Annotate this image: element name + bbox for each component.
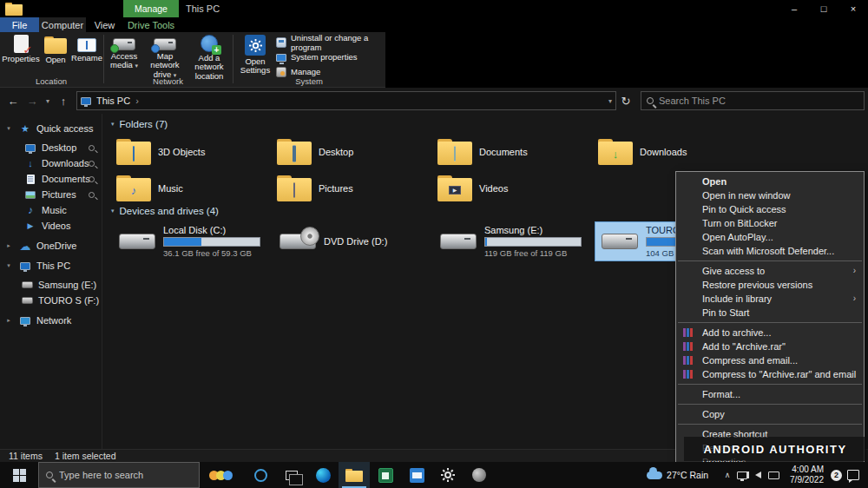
cortana-button[interactable] bbox=[245, 462, 276, 488]
close-button[interactable]: × bbox=[838, 0, 868, 17]
folder-tile[interactable]: Desktop bbox=[273, 135, 430, 168]
menu-item-open-autoplay[interactable]: Open AutoPlay... bbox=[676, 230, 864, 244]
desktop-folder-icon bbox=[277, 139, 312, 165]
folder-tile[interactable]: 3D Objects bbox=[113, 135, 269, 168]
sidebar-item-videos[interactable]: ▶ Videos bbox=[0, 218, 102, 234]
volume-button[interactable] bbox=[750, 462, 766, 488]
rename-button[interactable]: Rename bbox=[71, 35, 102, 63]
menu-item-restore-previous-versions[interactable]: Restore previous versions bbox=[676, 278, 864, 292]
add-network-location-button[interactable]: + Add a network location bbox=[187, 35, 231, 81]
forward-button[interactable]: → bbox=[23, 91, 42, 110]
pictures-folder-icon bbox=[277, 175, 312, 201]
breadcrumb-root[interactable]: This PC bbox=[96, 96, 130, 106]
address-dropdown-icon[interactable]: ▾ bbox=[608, 97, 612, 105]
folder-tile[interactable]: Documents bbox=[434, 135, 590, 168]
menu-item-include-in-library[interactable]: Include in library› bbox=[676, 292, 864, 306]
access-media-button[interactable]: Access media ▾ bbox=[108, 35, 141, 70]
pin-icon bbox=[89, 176, 95, 182]
weather-text[interactable]: 27°C Rain bbox=[667, 470, 708, 480]
clock[interactable]: 4:00 AM 7/9/2022 bbox=[790, 465, 824, 486]
menu-item-add-to-archive[interactable]: Add to archive... bbox=[676, 326, 864, 340]
menu-item-pin-to-start[interactable]: Pin to Start bbox=[676, 306, 864, 320]
tab-drive-tools[interactable]: Drive Tools bbox=[123, 17, 179, 32]
dropdown-icon: ▾ bbox=[135, 63, 139, 69]
file-explorer-button[interactable] bbox=[339, 462, 370, 488]
tab-computer[interactable]: Computer bbox=[39, 17, 86, 32]
hidden-icons-button[interactable]: ∧ bbox=[720, 471, 734, 479]
menu-item-scan-defender[interactable]: Scan with Microsoft Defender... bbox=[676, 244, 864, 258]
chevron-down-icon[interactable]: ▾ bbox=[3, 125, 14, 132]
taskbar-search-box[interactable] bbox=[38, 462, 200, 488]
drive-tile-local-disk-c[interactable]: Local Disk (C:) 36.1 GB free of 59.3 GB bbox=[113, 221, 271, 261]
location-group-label: Location bbox=[0, 76, 102, 86]
sidebar-item-documents[interactable]: Documents bbox=[0, 171, 102, 187]
map-network-drive-button[interactable]: Map network drive ▾ bbox=[144, 35, 186, 79]
breadcrumb-chevron-icon[interactable]: › bbox=[135, 96, 139, 106]
address-breadcrumb[interactable]: This PC › ▾ bbox=[76, 91, 616, 110]
taskbar-search-input[interactable] bbox=[59, 470, 192, 480]
menu-item-add-to-archive-rar[interactable]: Add to "Archive.rar" bbox=[676, 340, 864, 353]
folder-tile[interactable]: ↓ Downloads bbox=[595, 135, 751, 168]
properties-button[interactable]: ✓ Properties bbox=[3, 35, 38, 63]
settings-button[interactable] bbox=[432, 462, 464, 488]
folder-tile[interactable]: ♪ Music bbox=[113, 172, 269, 205]
sidebar-item-this-pc[interactable]: ▾ This PC bbox=[0, 258, 102, 274]
tab-file[interactable]: File bbox=[0, 17, 39, 32]
menu-item-compress-to-archive-and-email[interactable]: Compress to "Archive.rar" and email bbox=[676, 367, 864, 381]
chevron-right-icon[interactable]: ▸ bbox=[3, 317, 14, 324]
menu-item-open[interactable]: Open bbox=[676, 175, 864, 188]
sidebar-item-network[interactable]: ▸ Network bbox=[0, 313, 102, 328]
menu-item-format[interactable]: Format... bbox=[676, 387, 864, 401]
drive-tile-samsung-e[interactable]: Samsung (E:) 119 GB free of 119 GB bbox=[434, 221, 592, 261]
devices-section-header[interactable]: ▾ Devices and drives (4) bbox=[111, 206, 219, 216]
edge-button[interactable] bbox=[307, 462, 339, 488]
gray-app-button[interactable] bbox=[464, 462, 495, 488]
rename-icon bbox=[77, 38, 96, 52]
explorer-search-box[interactable] bbox=[641, 91, 865, 110]
people-button[interactable] bbox=[200, 462, 245, 488]
folder-tile[interactable]: ▶ Videos bbox=[434, 172, 590, 205]
search-icon bbox=[647, 97, 654, 104]
menu-item-open-new-window[interactable]: Open in new window bbox=[676, 188, 864, 202]
menu-item-copy[interactable]: Copy bbox=[676, 407, 864, 421]
tab-view[interactable]: View bbox=[86, 17, 123, 32]
sidebar-item-touro-s-f[interactable]: TOURO S (F:) bbox=[0, 293, 102, 308]
recent-locations-button[interactable]: ▾ bbox=[42, 91, 54, 110]
sidebar-item-downloads[interactable]: ↓ Downloads bbox=[0, 155, 102, 171]
sidebar-item-onedrive[interactable]: ▸ ☁ OneDrive bbox=[0, 238, 102, 254]
sidebar-item-samsung-e[interactable]: Samsung (E:) bbox=[0, 277, 102, 293]
folders-section-header[interactable]: ▾ Folders (7) bbox=[111, 119, 168, 129]
sidebar-item-pictures[interactable]: Pictures bbox=[0, 187, 102, 202]
sidebar-item-music[interactable]: ♪ Music bbox=[0, 202, 102, 218]
search-icon bbox=[46, 472, 53, 478]
up-button[interactable]: ↑ bbox=[54, 91, 73, 110]
collapse-icon[interactable]: ▾ bbox=[111, 208, 115, 214]
menu-item-turn-on-bitlocker[interactable]: Turn on BitLocker bbox=[676, 216, 864, 230]
keyboard-button[interactable] bbox=[766, 462, 781, 488]
action-center-icon[interactable] bbox=[847, 470, 859, 480]
maximize-button[interactable]: □ bbox=[809, 0, 838, 17]
open-settings-button[interactable]: Open Settings bbox=[237, 35, 273, 76]
sidebar-item-quick-access[interactable]: ▾ ★ Quick access bbox=[0, 121, 102, 136]
minimize-button[interactable]: – bbox=[779, 0, 809, 17]
sidebar-item-desktop[interactable]: Desktop bbox=[0, 140, 102, 155]
menu-item-pin-quick-access[interactable]: Pin to Quick access bbox=[676, 202, 864, 216]
folder-tile[interactable]: Pictures bbox=[273, 172, 430, 205]
green-app-button[interactable] bbox=[370, 462, 401, 488]
chevron-right-icon[interactable]: ▸ bbox=[3, 242, 14, 249]
search-input[interactable] bbox=[659, 96, 858, 106]
collapse-icon[interactable]: ▾ bbox=[111, 121, 115, 128]
start-button[interactable] bbox=[0, 462, 38, 488]
system-properties-button[interactable]: System properties bbox=[276, 50, 384, 63]
menu-item-compress-and-email[interactable]: Compress and email... bbox=[676, 353, 864, 367]
back-button[interactable]: ← bbox=[3, 91, 23, 110]
mail-button[interactable] bbox=[401, 462, 432, 488]
open-button[interactable]: Open bbox=[42, 35, 69, 64]
chevron-down-icon[interactable]: ▾ bbox=[3, 262, 14, 269]
drive-tile-dvd-d[interactable]: DVD Drive (D:) bbox=[273, 221, 431, 261]
desktop-icon bbox=[25, 144, 36, 152]
refresh-button[interactable]: ↻ bbox=[616, 91, 635, 110]
menu-item-give-access-to[interactable]: Give access to› bbox=[676, 264, 864, 278]
task-view-button[interactable] bbox=[276, 462, 307, 488]
uninstall-program-button[interactable]: Uninstall or change a program bbox=[276, 36, 384, 49]
